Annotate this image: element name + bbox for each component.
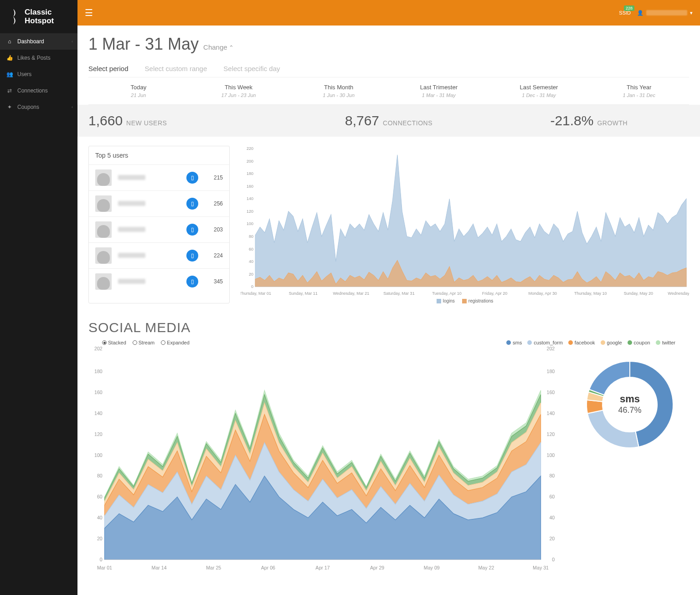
preset-range: 1 Mar - 31 May <box>392 92 485 98</box>
svg-text:20: 20 <box>249 272 253 277</box>
legend-item[interactable]: twitter <box>656 340 675 345</box>
sidebar-item-coupons[interactable]: ✦Coupons‹ <box>0 99 77 115</box>
svg-text:0: 0 <box>100 557 103 562</box>
svg-text:Monday, Apr 30: Monday, Apr 30 <box>528 291 556 296</box>
svg-text:140: 140 <box>94 410 103 416</box>
chart-mode-radio[interactable]: Stream <box>133 340 154 345</box>
device-mobile-icon: ▯ <box>186 198 198 210</box>
svg-text:120: 120 <box>247 209 253 214</box>
date-range-heading: 1 Mar - 31 May Change <box>88 35 689 54</box>
device-mobile-icon: ▯ <box>186 276 198 287</box>
ssid-indicator[interactable]: SSID 228 <box>619 10 631 15</box>
legend-item[interactable]: logins <box>437 298 455 303</box>
period-preset[interactable]: Last Trimester1 Mar - 31 May <box>389 77 489 104</box>
svg-text:120: 120 <box>94 431 103 437</box>
svg-text:80: 80 <box>549 473 555 479</box>
user-name-redacted <box>118 252 180 259</box>
chevron-left-icon: ‹ <box>72 39 73 44</box>
nav-label: Likes & Posts <box>17 55 51 61</box>
svg-text:May 31: May 31 <box>533 565 549 570</box>
preset-label: This Month <box>292 84 385 91</box>
svg-text:40: 40 <box>249 259 253 264</box>
period-preset[interactable]: This Week17 Jun - 23 Jun <box>189 77 289 104</box>
period-selector-tabs: Select periodSelect custom rangeSelect s… <box>88 65 689 77</box>
chart-mode-radio[interactable]: Stacked <box>102 340 126 345</box>
sidebar-item-likes-posts[interactable]: 👍Likes & Posts <box>0 50 77 66</box>
svg-text:202: 202 <box>94 346 103 351</box>
svg-text:180: 180 <box>94 369 103 374</box>
avatar <box>95 221 112 238</box>
user-connection-count: 345 <box>205 278 223 285</box>
legend-item[interactable]: google <box>601 340 622 345</box>
preset-label: Last Trimester <box>392 84 485 91</box>
top-user-row[interactable]: ▯345 <box>89 268 229 294</box>
svg-text:Sunday, May 20: Sunday, May 20 <box>624 291 653 296</box>
legend-item[interactable]: custom_form <box>527 340 563 345</box>
top-users-title: Top 5 users <box>89 146 229 164</box>
legend-item[interactable]: sms <box>506 340 522 345</box>
period-tab[interactable]: Select specific day <box>223 65 280 77</box>
svg-text:180: 180 <box>547 369 555 374</box>
user-name-redacted <box>118 226 180 233</box>
sidebar-item-connections[interactable]: ⇄Connections <box>0 82 77 99</box>
period-range-text: 1 Mar - 31 May <box>88 35 199 54</box>
user-connection-count: 224 <box>205 252 223 259</box>
preset-range: 1 Jun - 30 Jun <box>292 92 385 98</box>
top-user-row[interactable]: ▯215 <box>89 164 229 190</box>
thumbs-up-icon: 👍 <box>6 55 13 61</box>
legend-item[interactable]: facebook <box>568 340 595 345</box>
svg-text:Wednesday, Mar 21: Wednesday, Mar 21 <box>333 291 369 296</box>
legend-item[interactable]: coupon <box>628 340 650 345</box>
period-preset[interactable]: This Year1 Jan - 31 Dec <box>589 77 689 104</box>
period-preset[interactable]: Today21 Jun <box>88 77 189 104</box>
svg-text:Apr 29: Apr 29 <box>370 565 384 570</box>
brand-logo: ClassicHotspot <box>0 0 77 33</box>
avatar <box>95 273 112 290</box>
sidebar-item-dashboard[interactable]: ⌂Dashboard‹ <box>0 33 77 50</box>
preset-range: 1 Dec - 31 May <box>493 92 586 98</box>
avatar <box>95 169 112 186</box>
top-user-row[interactable]: ▯203 <box>89 216 229 242</box>
stat-value: -21.8% <box>550 113 593 128</box>
legend-item[interactable]: registrations <box>462 298 493 303</box>
nav-menu: ⌂Dashboard‹👍Likes & Posts👥Users⇄Connecti… <box>0 33 77 115</box>
top-user-row[interactable]: ▯224 <box>89 242 229 268</box>
period-preset[interactable]: This Month1 Jun - 30 Jun <box>288 77 389 104</box>
svg-text:Thursday, Mar 01: Thursday, Mar 01 <box>241 291 271 296</box>
preset-range: 1 Jan - 31 Dec <box>592 92 685 98</box>
avatar <box>95 247 112 264</box>
svg-text:0: 0 <box>552 557 555 562</box>
preset-label: Today <box>92 84 185 91</box>
period-tab[interactable]: Select custom range <box>145 65 207 77</box>
social-media-heading: SOCIAL MEDIA <box>88 320 689 335</box>
user-connection-count: 256 <box>205 200 223 207</box>
preset-range: 17 Jun - 23 Jun <box>192 92 285 98</box>
svg-text:Mar 01: Mar 01 <box>97 565 112 570</box>
svg-text:220: 220 <box>247 146 253 151</box>
sidebar-item-users[interactable]: 👥Users <box>0 66 77 82</box>
device-mobile-icon: ▯ <box>186 250 198 262</box>
period-preset[interactable]: Last Semester1 Dec - 31 May <box>489 77 589 104</box>
svg-text:40: 40 <box>97 515 103 520</box>
user-menu[interactable]: 👤 ▾ <box>637 10 693 16</box>
top-user-row[interactable]: ▯256 <box>89 190 229 216</box>
period-tab[interactable]: Select period <box>88 65 129 77</box>
chevron-down-icon: ▾ <box>690 10 693 16</box>
chart-mode-radio[interactable]: Expanded <box>161 340 190 345</box>
svg-text:202: 202 <box>547 346 555 351</box>
svg-text:40: 40 <box>549 515 555 520</box>
svg-text:Saturday, Mar 31: Saturday, Mar 31 <box>383 291 414 296</box>
menu-toggle-icon[interactable]: ☰ <box>85 7 93 18</box>
svg-text:Sunday, Mar 11: Sunday, Mar 11 <box>289 291 318 296</box>
svg-text:80: 80 <box>249 234 253 239</box>
svg-text:160: 160 <box>247 184 253 189</box>
svg-text:100: 100 <box>94 452 103 458</box>
svg-text:sms: sms <box>620 393 640 405</box>
svg-text:20: 20 <box>97 536 103 541</box>
change-period-toggle[interactable]: Change <box>203 43 234 51</box>
user-name-redacted <box>118 174 180 181</box>
svg-text:Thursday, May 10: Thursday, May 10 <box>574 291 607 296</box>
user-connection-count: 203 <box>205 226 223 233</box>
svg-text:Mar 14: Mar 14 <box>152 565 167 570</box>
svg-text:Wednesday, May 31: Wednesday, May 31 <box>668 291 689 296</box>
